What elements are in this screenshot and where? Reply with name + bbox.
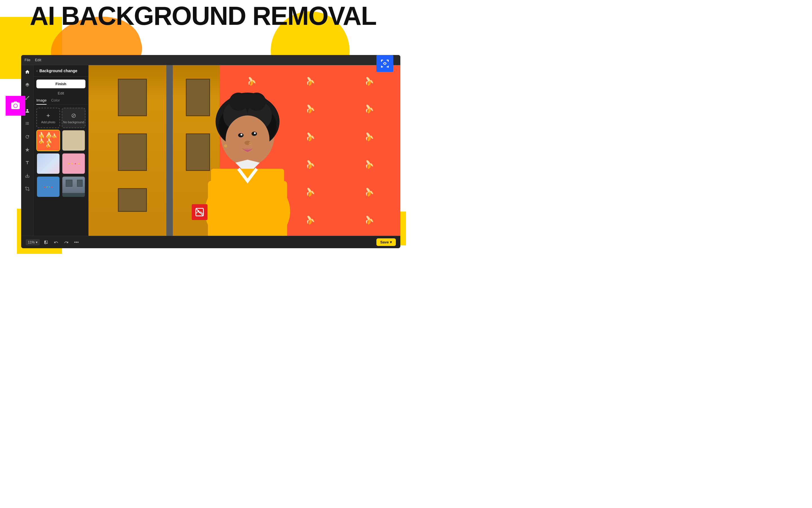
side-panel: ‹ Background change Finish Edit Image Co… — [34, 65, 89, 236]
sidebar-icon-crop[interactable] — [24, 185, 31, 193]
woman-svg — [145, 65, 351, 236]
no-bg-icon: ⊘ — [71, 112, 76, 119]
svg-point-25 — [229, 92, 247, 111]
tab-image[interactable]: Image — [36, 98, 47, 104]
sidebar-icon-export[interactable] — [24, 172, 31, 180]
toolbar-right: Save ▾ — [376, 238, 396, 246]
save-dropdown-icon: ▾ — [390, 240, 392, 244]
save-button[interactable]: Save ▾ — [376, 238, 396, 246]
svg-point-0 — [14, 104, 17, 108]
add-icon: + — [47, 112, 50, 119]
backgrounds-section: + Add photo ⊘ No background 🍌🍌 🍌🍌 — [34, 108, 88, 236]
svg-point-27 — [226, 115, 270, 164]
page-title: AI BACKGROUND REMOVAL — [0, 3, 406, 29]
background-pink-confetti[interactable]: ✦ ✦ ✦ ✦ — [62, 153, 85, 174]
edit-button[interactable]: Edit — [36, 91, 85, 95]
blue-confetti-thumb: ● ▪ ▪ ● — [37, 177, 59, 197]
svg-point-35 — [224, 144, 227, 147]
compare-button[interactable] — [42, 238, 50, 246]
app-topbar: File Edit — [21, 55, 400, 65]
camera-badge — [6, 96, 26, 116]
panel-back-icon[interactable]: ‹ — [36, 69, 38, 73]
sidebar-icon-grid[interactable] — [24, 120, 31, 128]
toolbar-left: 11% ▾ ••• — [26, 238, 80, 246]
building-window-3 — [118, 133, 147, 171]
more-icon: ••• — [74, 240, 79, 245]
ai-scan-icon — [380, 58, 390, 69]
beige-thumb — [62, 130, 85, 151]
svg-rect-2 — [381, 60, 382, 62]
zoom-control[interactable]: 11% ▾ — [26, 239, 40, 245]
banana-thumb: 🍌🍌 🍌🍌 — [37, 130, 59, 151]
building-thumb — [62, 177, 85, 197]
background-beige[interactable] — [62, 130, 85, 151]
save-label: Save — [380, 240, 389, 244]
sidebar-icons — [21, 65, 34, 236]
woman-container — [145, 65, 351, 236]
no-background-option[interactable]: ⊘ No background — [62, 108, 85, 128]
menu-edit[interactable]: Edit — [35, 58, 41, 62]
background-blue-confetti[interactable]: ● ▪ ▪ ● — [36, 176, 60, 198]
panel-header: ‹ Background change — [34, 65, 88, 77]
svg-rect-8 — [388, 66, 389, 68]
bottom-toolbar: 11% ▾ ••• Save ▾ — [21, 236, 400, 248]
ai-scan-badge — [376, 55, 393, 72]
image-icon — [195, 208, 204, 217]
sidebar-icon-layers[interactable] — [24, 81, 31, 89]
camera-icon — [10, 101, 20, 111]
building-window-1 — [118, 79, 147, 116]
background-banana[interactable]: 🍌🍌 🍌🍌 — [36, 130, 60, 151]
image-badge — [192, 204, 208, 220]
canvas-visual: 🍌 🍌 🍌 🍌 🍌 🍌 🍌 🍌 🍌 🍌 🍌 🍌 🍌 🍌 🍌 🍌 — [89, 65, 400, 236]
building-window-5 — [118, 188, 147, 212]
panel-tabs: Image Color — [34, 98, 88, 105]
finish-button[interactable]: Finish — [36, 80, 85, 88]
background-blue-pink[interactable] — [36, 153, 60, 174]
sidebar-icon-refresh[interactable] — [24, 133, 31, 141]
no-background-label: No background — [63, 120, 84, 124]
svg-point-26 — [247, 92, 266, 111]
redo-button[interactable] — [62, 238, 70, 246]
background-building[interactable] — [62, 176, 85, 198]
zoom-value: 11% — [28, 240, 35, 244]
zoom-dropdown-icon: ▾ — [36, 240, 38, 244]
menu-file[interactable]: File — [25, 58, 31, 62]
app-window: File Edit — [21, 55, 400, 248]
add-photo-option[interactable]: + Add photo — [36, 108, 60, 128]
tab-color[interactable]: Color — [51, 98, 60, 104]
undo-button[interactable] — [52, 238, 60, 246]
blue-pink-thumb — [37, 154, 59, 174]
svg-point-31 — [254, 132, 256, 134]
svg-point-9 — [384, 62, 386, 65]
canvas-area: 🍌 🍌 🍌 🍌 🍌 🍌 🍌 🍌 🍌 🍌 🍌 🍌 🍌 🍌 🍌 🍌 — [89, 65, 400, 236]
panel-title: Background change — [40, 69, 78, 73]
sidebar-icon-sparkle[interactable] — [24, 146, 31, 154]
add-photo-label: Add photo — [41, 120, 55, 124]
more-button[interactable]: ••• — [73, 238, 80, 246]
svg-point-33 — [244, 149, 251, 151]
sidebar-icon-home[interactable] — [24, 68, 31, 76]
svg-rect-6 — [381, 66, 382, 68]
pink-confetti-thumb: ✦ ✦ ✦ ✦ — [62, 154, 85, 174]
background-grid: + Add photo ⊘ No background 🍌🍌 🍌🍌 — [34, 108, 88, 198]
app-body: ‹ Background change Finish Edit Image Co… — [21, 65, 400, 236]
svg-point-30 — [240, 134, 242, 135]
svg-rect-4 — [388, 60, 389, 62]
sidebar-icon-text[interactable] — [24, 159, 31, 167]
